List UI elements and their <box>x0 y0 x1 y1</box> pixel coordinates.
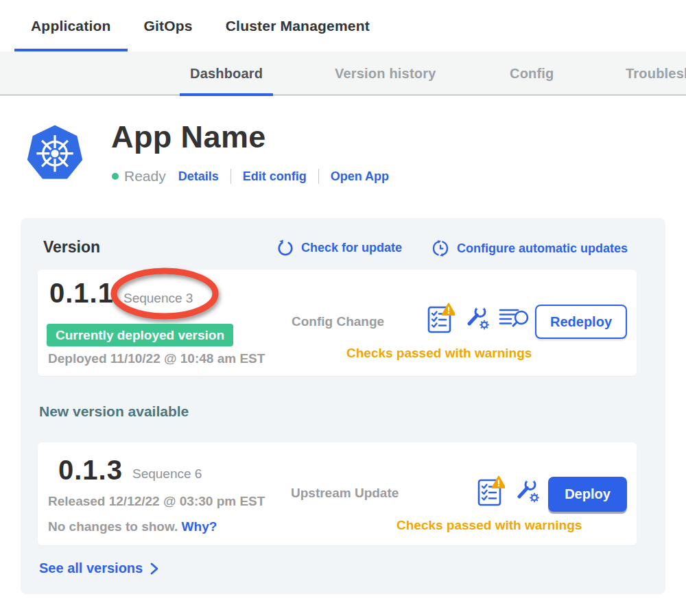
top-tab-cluster-management[interactable]: Cluster Management <box>209 0 386 51</box>
available-version-number: 0.1.3 <box>58 455 123 486</box>
version-panel: Version Check for update Configure autom… <box>21 218 665 594</box>
deployed-badge: Currently deployed version <box>47 324 233 346</box>
sub-tab-dashboard-label: Dashboard <box>190 66 263 82</box>
current-version-number: 0.1.1 <box>49 278 114 309</box>
top-tab-application-label: Application <box>31 18 111 34</box>
released-timestamp: Released 12/12/22 @ 03:30 pm EST <box>48 494 265 509</box>
wrench-gear-icon[interactable] <box>513 477 541 506</box>
open-app-link[interactable]: Open App <box>331 169 389 184</box>
sub-tab-version-history[interactable]: Version history <box>324 51 447 95</box>
status-dot <box>112 173 119 180</box>
why-link[interactable]: Why? <box>182 519 217 534</box>
page-title: App Name <box>111 119 266 155</box>
sub-tab-troubleshoot[interactable]: Troubleshoot <box>615 51 686 95</box>
current-sequence: Sequence 3 <box>123 291 193 306</box>
version-panel-title: Version <box>43 238 100 257</box>
current-change-type: Config Change <box>292 314 384 329</box>
available-change-type: Upstream Update <box>291 486 399 501</box>
chevron-right-icon <box>150 562 159 576</box>
available-version-card: 0.1.3 Sequence 6 Released 12/12/22 @ 03:… <box>38 442 637 545</box>
sub-tab-dashboard[interactable]: Dashboard <box>180 51 273 95</box>
refresh-icon <box>276 239 294 257</box>
app-status-row: Ready Details Edit config Open App <box>112 167 389 185</box>
top-tab-cluster-management-label: Cluster Management <box>226 18 370 34</box>
no-changes-text: No changes to show. Why? <box>48 519 217 534</box>
sub-tab-version-history-label: Version history <box>335 66 436 82</box>
top-tab-application[interactable]: Application <box>14 0 128 51</box>
available-sequence: Sequence 6 <box>132 466 202 482</box>
new-version-heading: New version available <box>39 403 189 420</box>
wrench-gear-icon[interactable] <box>463 304 490 333</box>
log-search-icon[interactable] <box>499 305 530 331</box>
available-check-icons <box>477 475 541 507</box>
check-for-update-link[interactable]: Check for update <box>276 239 402 257</box>
top-tab-gitops[interactable]: GitOps <box>128 0 209 51</box>
see-all-versions-label: See all versions <box>39 560 143 576</box>
sub-nav: Dashboard Version history Config Trouble… <box>0 51 686 95</box>
app-page: Application GitOps Cluster Management Da… <box>0 0 686 616</box>
see-all-versions-link[interactable]: See all versions <box>39 560 159 576</box>
sub-tab-config[interactable]: Config <box>499 51 565 95</box>
top-nav: Application GitOps Cluster Management <box>0 0 686 51</box>
auto-update-clock-icon <box>431 239 450 258</box>
current-checks-status: Checks passed with warnings <box>346 346 532 361</box>
sub-tab-config-label: Config <box>510 66 554 82</box>
check-for-update-label: Check for update <box>301 241 402 255</box>
checklist-warning-icon[interactable] <box>477 475 505 507</box>
status-text: Ready <box>124 168 166 185</box>
no-changes-label: No changes to show. <box>48 519 178 534</box>
deploy-button[interactable]: Deploy <box>548 477 627 512</box>
top-tab-gitops-label: GitOps <box>144 18 193 34</box>
redeploy-button[interactable]: Redeploy <box>535 305 627 339</box>
configure-auto-updates-link[interactable]: Configure automatic updates <box>431 239 628 258</box>
sub-tab-troubleshoot-label: Troubleshoot <box>626 66 686 82</box>
separator <box>230 169 231 184</box>
current-version-card: 0.1.1 Sequence 3 Currently deployed vers… <box>38 270 637 376</box>
details-link[interactable]: Details <box>178 169 219 184</box>
separator <box>318 169 319 184</box>
configure-auto-updates-label: Configure automatic updates <box>457 241 628 256</box>
checklist-warning-icon[interactable] <box>427 303 455 334</box>
edit-config-link[interactable]: Edit config <box>243 169 307 184</box>
deployed-timestamp: Deployed 11/10/22 @ 10:48 am EST <box>48 351 265 366</box>
available-checks-status: Checks passed with warnings <box>397 518 582 533</box>
current-check-icons <box>427 303 530 334</box>
kubernetes-logo <box>25 123 84 182</box>
